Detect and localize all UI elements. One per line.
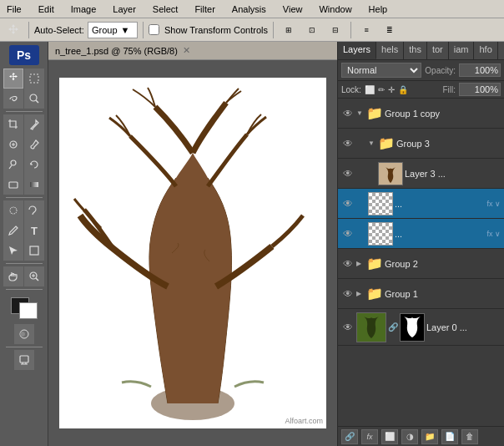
add-mask-btn[interactable]: ⬜ bbox=[381, 429, 398, 444]
tab-hels[interactable]: hels bbox=[376, 42, 404, 59]
new-group-btn[interactable]: 📁 bbox=[421, 429, 438, 444]
layer-eye-fx1[interactable]: 👁 bbox=[341, 198, 355, 210]
tool-row-8: T bbox=[3, 220, 44, 241]
menu-filter[interactable]: Filter bbox=[191, 3, 218, 16]
folder-arrow-group2[interactable]: ▶ bbox=[356, 260, 365, 267]
tab-hfo[interactable]: hfo bbox=[474, 42, 497, 59]
zoom-tool[interactable] bbox=[24, 266, 44, 286]
layer-group1[interactable]: 👁 ▶ 📁 Group 1 bbox=[338, 279, 504, 309]
shape-tool[interactable] bbox=[24, 241, 44, 261]
quick-select-tool[interactable] bbox=[24, 89, 44, 109]
eyedropper-tool[interactable] bbox=[24, 114, 44, 134]
crop-tool[interactable] bbox=[3, 114, 23, 134]
clone-stamp-tool[interactable] bbox=[3, 155, 23, 175]
lock-paint-btn[interactable]: ✏ bbox=[378, 85, 385, 94]
lock-all-btn[interactable]: 🔒 bbox=[398, 85, 408, 94]
tab-ths[interactable]: ths bbox=[404, 42, 427, 59]
layer-name-fx1: ... bbox=[395, 199, 483, 209]
move-tool-btn[interactable] bbox=[3, 21, 23, 39]
folder-arrow-group1[interactable]: ▶ bbox=[356, 290, 365, 297]
layer-eye-group1[interactable]: 👁 bbox=[341, 288, 355, 300]
canvas-bg: Alfoart.com bbox=[59, 78, 326, 428]
auto-select-dropdown[interactable]: Group ▼ bbox=[88, 22, 138, 38]
path-selection-tool[interactable] bbox=[3, 241, 23, 261]
folder-icon-group1copy: 📁 bbox=[366, 105, 383, 121]
tool-row-1 bbox=[3, 68, 44, 89]
svg-point-1 bbox=[30, 94, 37, 101]
fill-input[interactable] bbox=[459, 83, 501, 96]
delete-layer-btn[interactable]: 🗑 bbox=[461, 429, 478, 444]
canvas-content[interactable]: Alfoart.com bbox=[48, 60, 337, 446]
layer-layer3[interactable]: 👁 Layer 3 ... bbox=[338, 159, 504, 189]
move-tool[interactable] bbox=[3, 68, 23, 89]
layer-group1copy[interactable]: 👁 ▼ 📁 Group 1 copy bbox=[338, 99, 504, 129]
link-layers-btn[interactable]: 🔗 bbox=[341, 429, 358, 444]
new-layer-btn[interactable]: 📄 bbox=[441, 429, 458, 444]
folder-icon-group2: 📁 bbox=[366, 256, 383, 271]
lasso-tool[interactable] bbox=[3, 89, 23, 109]
background-color[interactable] bbox=[19, 302, 38, 319]
tab-iam[interactable]: iam bbox=[449, 42, 475, 59]
align-right-btn[interactable]: ⊟ bbox=[325, 21, 345, 39]
menu-view[interactable]: View bbox=[280, 3, 306, 16]
dodge-tool[interactable] bbox=[24, 200, 44, 220]
distribute-btn-2[interactable]: ≣ bbox=[380, 21, 400, 39]
type-tool[interactable]: T bbox=[24, 220, 44, 241]
lock-position-btn[interactable]: ✛ bbox=[388, 85, 395, 94]
layer-fx2[interactable]: 👁 ... fx ∨ bbox=[338, 219, 504, 249]
menu-select[interactable]: Select bbox=[149, 3, 182, 16]
blend-mode-dropdown[interactable]: Normal bbox=[341, 63, 421, 78]
layer-eye-layer0[interactable]: 👁 bbox=[341, 322, 355, 333]
panel-bottom: 🔗 fx ⬜ ◑ 📁 📄 🗑 bbox=[338, 426, 504, 446]
tab-tor[interactable]: tor bbox=[427, 42, 449, 59]
menu-analysis[interactable]: Analysis bbox=[229, 3, 270, 16]
folder-arrow-group3[interactable]: ▼ bbox=[368, 139, 376, 147]
gradient-tool[interactable] bbox=[24, 175, 44, 195]
panel-close-btn[interactable]: ✕ bbox=[498, 42, 504, 59]
svg-rect-10 bbox=[30, 246, 38, 255]
menu-layer[interactable]: Layer bbox=[109, 3, 139, 16]
align-left-btn[interactable]: ⊞ bbox=[279, 21, 299, 39]
layer-eye-group3[interactable]: 👁 bbox=[341, 138, 355, 150]
pen-tool[interactable] bbox=[3, 220, 23, 241]
menu-edit[interactable]: Edit bbox=[35, 3, 58, 16]
layers-list[interactable]: 👁 ▼ 📁 Group 1 copy 👁 ▼ 📁 Group 3 👁 bbox=[338, 99, 504, 426]
add-layer-style-btn[interactable]: fx bbox=[361, 429, 378, 444]
ps-logo: Ps bbox=[9, 45, 39, 65]
menu-help[interactable]: Help bbox=[365, 3, 391, 16]
blur-tool[interactable] bbox=[3, 200, 23, 220]
color-swatches[interactable] bbox=[8, 294, 41, 322]
marquee-tool[interactable] bbox=[24, 68, 44, 89]
healing-brush-tool[interactable] bbox=[3, 134, 23, 155]
menu-image[interactable]: Image bbox=[68, 3, 100, 16]
layer-eye-layer3[interactable]: 👁 bbox=[341, 168, 355, 180]
svg-rect-0 bbox=[30, 74, 38, 83]
layer-name-group1copy: Group 1 copy bbox=[385, 109, 501, 119]
hand-tool[interactable] bbox=[3, 266, 23, 286]
layer-group3[interactable]: 👁 ▼ 📁 Group 3 bbox=[338, 129, 504, 159]
distribute-btn-1[interactable]: ≡ bbox=[356, 21, 376, 39]
canvas-tab[interactable]: n_tree_1.psd @ 75% (RGB/8) ✕ bbox=[48, 42, 337, 60]
screen-mode-btn[interactable] bbox=[14, 350, 34, 370]
new-adjustment-layer-btn[interactable]: ◑ bbox=[401, 429, 418, 444]
layer-layer0[interactable]: 👁 🔗 Layer 0 ... bbox=[338, 309, 504, 346]
history-brush-tool[interactable] bbox=[24, 155, 44, 175]
align-center-btn[interactable]: ⊡ bbox=[302, 21, 322, 39]
lock-transparent-btn[interactable]: ⬜ bbox=[365, 85, 375, 94]
opacity-input[interactable] bbox=[459, 63, 501, 77]
tab-layers[interactable]: Layers bbox=[338, 42, 376, 59]
layer-fx1[interactable]: 👁 ... fx ∨ bbox=[338, 189, 504, 219]
folder-arrow-group1copy[interactable]: ▼ bbox=[356, 109, 365, 117]
quick-mask-btn[interactable] bbox=[14, 324, 34, 344]
layer-eye-group1copy[interactable]: 👁 bbox=[341, 108, 355, 119]
show-transform-checkbox[interactable] bbox=[149, 24, 159, 35]
eraser-tool[interactable] bbox=[3, 175, 23, 195]
tool-row-7 bbox=[3, 200, 44, 220]
layer-eye-fx2[interactable]: 👁 bbox=[341, 228, 355, 240]
brush-tool[interactable] bbox=[24, 134, 44, 155]
layer-group2[interactable]: 👁 ▶ 📁 Group 2 bbox=[338, 249, 504, 279]
menu-window[interactable]: Window bbox=[315, 3, 355, 16]
canvas-close[interactable]: ✕ bbox=[183, 45, 190, 56]
menu-file[interactable]: File bbox=[3, 3, 25, 16]
layer-eye-group2[interactable]: 👁 bbox=[341, 258, 355, 270]
